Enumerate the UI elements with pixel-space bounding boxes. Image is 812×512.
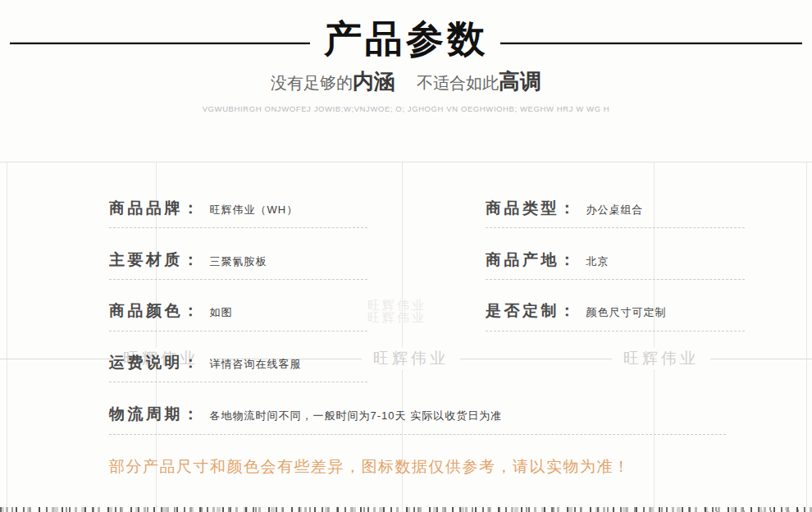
disclaimer-note: 部分产品尺寸和颜色会有些差异，图标数据仅供参考，请以实物为准！ bbox=[109, 456, 631, 478]
param-label: 商品品牌： bbox=[109, 198, 202, 219]
param-label: 主要材质： bbox=[109, 249, 202, 271]
subtitle-normal-2: 不适合如此 bbox=[417, 74, 499, 92]
param-value: 办公桌组合 bbox=[586, 203, 644, 217]
watermark-faint-line: 旺辉伟业 bbox=[367, 312, 427, 324]
param-value: 旺辉伟业（WH） bbox=[210, 203, 299, 217]
row-divider-dashed bbox=[486, 331, 745, 331]
subtitle-bold-2: 高调 bbox=[499, 69, 541, 94]
grid-line-vertical bbox=[7, 162, 7, 512]
param-value: 详情咨询在线客服 bbox=[210, 357, 302, 372]
grid-line-vertical bbox=[806, 162, 807, 512]
param-label: 运费说明： bbox=[109, 352, 202, 373]
param-row-type: 商品类型： 办公桌组合 bbox=[486, 198, 644, 219]
row-divider-dashed bbox=[109, 227, 367, 228]
product-parameters-page: 产品参数 没有足够的内涵不适合如此高调 VGWUBHIRGH ONJWOFEJ … bbox=[0, 0, 812, 512]
row-divider-dashed bbox=[486, 279, 745, 280]
param-row-origin: 商品产地： 北京 bbox=[486, 249, 609, 271]
param-value: 北京 bbox=[586, 254, 609, 269]
param-label: 物流周期： bbox=[109, 404, 202, 425]
watermark-text: 旺辉伟业 bbox=[362, 348, 460, 369]
param-label: 是否定制： bbox=[486, 300, 578, 322]
param-value: 各地物流时间不同，一般时间为7-10天 实际以收货日为准 bbox=[210, 409, 503, 423]
param-row-customizable: 是否定制： 颜色尺寸可定制 bbox=[486, 300, 667, 322]
param-label: 商品颜色： bbox=[109, 300, 202, 322]
row-divider-dashed bbox=[486, 227, 745, 228]
row-divider-dashed bbox=[109, 434, 726, 435]
watermark-faint-stacked: 旺辉伟业 旺辉伟业 bbox=[367, 299, 427, 324]
row-divider-dashed bbox=[109, 382, 367, 382]
subtitle-normal-1: 没有足够的 bbox=[271, 74, 353, 92]
param-row-shipping: 运费说明： 详情咨询在线客服 bbox=[109, 352, 302, 373]
subtitle: 没有足够的内涵不适合如此高调 bbox=[0, 69, 812, 95]
row-divider-dashed bbox=[109, 279, 367, 280]
param-label: 商品类型： bbox=[486, 198, 578, 219]
watermark-text: 旺辉伟业 bbox=[612, 348, 710, 369]
page-title: 产品参数 bbox=[0, 13, 812, 64]
section-top-border bbox=[0, 162, 812, 162]
param-row-logistics: 物流周期： 各地物流时间不同，一般时间为7-10天 实际以收货日为准 bbox=[109, 404, 502, 425]
param-row-color: 商品颜色： 如图 bbox=[109, 300, 233, 322]
param-value: 颜色尺寸可定制 bbox=[586, 305, 667, 320]
param-row-material: 主要材质： 三聚氰胺板 bbox=[109, 249, 267, 271]
param-row-brand: 商品品牌： 旺辉伟业（WH） bbox=[109, 198, 298, 219]
row-divider-dashed bbox=[109, 331, 367, 331]
param-value: 如图 bbox=[210, 305, 233, 320]
subtitle-bold-1: 内涵 bbox=[353, 69, 395, 94]
param-value: 三聚氰胺板 bbox=[210, 254, 267, 269]
cropped-next-section-strip bbox=[0, 507, 812, 512]
watermark-faint-line: 旺辉伟业 bbox=[367, 299, 427, 312]
grid-line-vertical bbox=[654, 162, 655, 512]
decorative-caps-text: VGWUBHIRGH ONJWOFEJ JOWIB;W;VNJWOE; O; J… bbox=[0, 104, 812, 113]
param-label: 商品产地： bbox=[486, 249, 578, 271]
